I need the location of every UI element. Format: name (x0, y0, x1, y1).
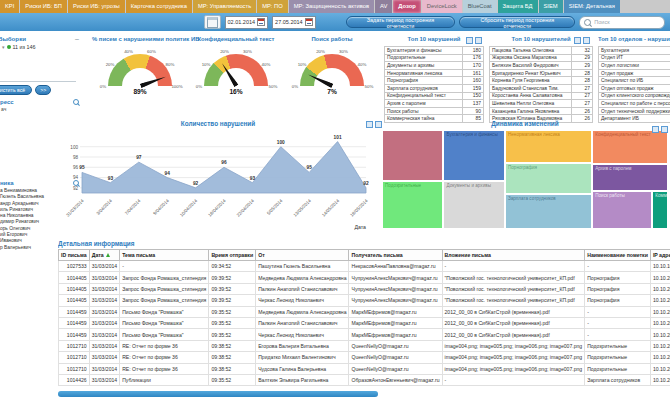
gauge-Конфиденциальный текст[interactable]: Конфиденциальный текст0%10%20%30%40%50%1… (188, 36, 284, 122)
column-header-Вложение письма[interactable]: Вложение письма (442, 250, 585, 261)
tab-SIEM: Детальная[interactable]: SIEM: Детальная (564, 0, 620, 13)
toplist-row[interactable]: Пацкова Татьяна Олеговна32 (490, 47, 593, 55)
table-row[interactable]: 101445931/03/2014Письмо Фонда "Ромашка"0… (59, 317, 670, 328)
toplist-row[interactable]: Отдел технической поддержки польз. (599, 107, 670, 115)
treemap-tile-Документы и архивы[interactable]: Документы и архивы (443, 181, 504, 229)
tab-МР: ПО[interactable]: МР: ПО (257, 0, 287, 13)
date-from-value: 02.01.2014 (228, 19, 256, 25)
tab-KPI[interactable]: KPI (0, 0, 19, 13)
scrollbar-thumb[interactable] (58, 391, 378, 397)
treemap-tile-unlabeled[interactable] (382, 130, 443, 181)
toplist-row[interactable]: Специалист по ИБ (599, 77, 670, 85)
toplist-row[interactable]: Специалист по работе с персоналом (599, 100, 670, 108)
table-row[interactable]: 101445931/03/2014Письмо Фонда "Ромашка"0… (59, 306, 670, 317)
column-header-IP адрес[interactable]: IP адрес (650, 250, 670, 261)
tab-SIEM[interactable]: SIEM (539, 0, 563, 13)
table-row[interactable]: 101271031/03/2014RE: Отчет по форме 3609… (59, 363, 670, 374)
treemap-tile-Архив с паролем[interactable]: Архив с паролем (592, 164, 668, 192)
toplist-row[interactable]: Документы и архивы170 (385, 62, 484, 70)
treemap-title: Динамика изменений (382, 120, 668, 127)
column-header-ID письма[interactable]: ID письма (59, 250, 90, 261)
toplist-row[interactable]: Подозрительные176 (385, 54, 484, 62)
status-dot-icon (7, 45, 11, 49)
table-row[interactable]: 101445931/03/2014Письмо Фонда "Ромашка"0… (59, 329, 670, 340)
toplist-row[interactable]: Отдел логистики (599, 62, 670, 70)
tab-AV[interactable]: AV (375, 0, 392, 13)
treemap-tile-Коммерческая тайна[interactable]: Коммерческая тайна (652, 191, 668, 229)
column-header-Тема письма[interactable]: Тема письма (120, 250, 209, 261)
selections-count-row[interactable]: ▾ 11 из 146 (0, 43, 82, 51)
toplist-row[interactable]: Отдел оптовых продаж (599, 84, 670, 92)
horizontal-scrollbar[interactable] (58, 391, 378, 397)
table-row[interactable]: 102753331/03/2014-09:34:52Пашутина Гюзел… (59, 261, 670, 272)
column-header-Получатель письма[interactable]: Получатель письма (349, 250, 442, 261)
treemap-tile-Конфиденциальный текст[interactable]: Конфиденциальный текст (592, 130, 668, 164)
toplist-row[interactable]: Ненормативная лексика161 (385, 69, 484, 77)
treemap-tile-Зарплата сотрудников[interactable]: Зарплата сотрудников (505, 194, 592, 229)
treemap-tile-Подозрительные[interactable]: Подозрительные (382, 181, 443, 229)
toplist-row[interactable]: Отдел продаж (599, 69, 670, 77)
report-window-icon[interactable] (204, 15, 221, 29)
panel-export-icon[interactable] (366, 121, 382, 128)
table-row[interactable]: 101440531/03/2014Запрос Фонда Ромашка_ст… (59, 272, 670, 283)
toplist-row[interactable]: Корнева Гуля Георгиевна28 (490, 77, 593, 85)
toplist-row[interactable]: Отдел ИТ (599, 54, 670, 62)
treemap-tile-Бухгалтерия и финансы[interactable]: Бухгалтерия и финансы (443, 130, 504, 181)
clear-all-button[interactable]: Очистить всё (0, 85, 32, 95)
tab-BlueCoat[interactable]: BlueCoat (463, 0, 497, 13)
minimize-icon[interactable]: – (75, 37, 79, 41)
area-chart[interactable]: 9294969810095939794929693100951019231/03… (56, 127, 380, 233)
date-to-input[interactable]: 27.05.2014 (272, 16, 316, 29)
tab-МР: Защищенность активов[interactable]: МР: Защищенность активов (289, 0, 374, 13)
gauge-Поиск работы[interactable]: Поиск работы0%10%20%30%40%50%7% (284, 36, 380, 122)
toplist-row[interactable]: Порнография160 (385, 77, 484, 85)
column-header-Наименование пометки[interactable]: Наименование пометки (585, 250, 651, 261)
column-header-Дата[interactable]: Дата (89, 250, 120, 261)
calendar-icon[interactable] (257, 18, 265, 26)
toplist-row[interactable]: Коростаева Анна Салаватовна27 (490, 92, 593, 100)
toplist-row[interactable]: Жаркова Оксана Маратовна29 (490, 54, 593, 62)
toplist-row[interactable]: Архив с паролем137 (385, 100, 484, 108)
treemap-tile-Порнография[interactable]: Порнография (505, 163, 592, 195)
panel-export-icon[interactable] (466, 37, 482, 44)
table-row[interactable]: 101440531/03/2014Запрос Фонда Ромашка_ст… (59, 283, 670, 294)
toplist-row[interactable]: Бадуновский Станислав Тим.27 (490, 84, 593, 92)
toplist-row[interactable]: Казанцева Галина Яковлевна26 (490, 107, 593, 115)
table-row[interactable]: 101271031/03/2014RE: Отчет по форме 3609… (59, 352, 670, 363)
tab-Защита БД[interactable]: Защита БД (498, 0, 538, 13)
set-period-button[interactable]: Задать период построения отчетности (346, 16, 456, 28)
search-small-icon[interactable] (73, 99, 79, 105)
tab-DeviceLock[interactable]: DeviceLock (422, 0, 462, 13)
table-row[interactable]: 101440531/03/2014Запрос Фонда Ромашка_ст… (59, 295, 670, 306)
toplist-row[interactable]: Бухгалтерия и финансы180 (385, 47, 484, 55)
panel-export-icon[interactable] (574, 37, 590, 44)
toplist-row[interactable]: Беляхин Василий Федорович29 (490, 62, 593, 70)
table-row[interactable]: 101271031/03/2014RE: Отчет по форме 3609… (59, 340, 670, 351)
date-from-input[interactable]: 02.01.2014 (225, 16, 269, 29)
expand-button[interactable]: >> (35, 85, 51, 95)
toplist-row[interactable]: Поиск работы90 (385, 107, 484, 115)
calendar-icon[interactable] (305, 18, 313, 26)
gauge-% писем с нарушениями политик ИБ[interactable]: % писем с нарушениями политик ИБ0%20%40%… (92, 36, 188, 122)
tab-Риски ИБ: угрозы[interactable]: Риски ИБ: угрозы (68, 0, 125, 13)
toplist-row[interactable]: Бухгалтерия (599, 47, 670, 55)
violations-chart-panel[interactable]: Количество нарушений 9294969810095939794… (56, 120, 380, 240)
toplist-row[interactable]: Отдел клиентского сопровождения (599, 92, 670, 100)
tab-МР: Управляемость[interactable]: МР: Управляемость (193, 0, 256, 13)
toplist-row[interactable]: Шевелева Нелли Олеговна27 (490, 100, 593, 108)
search-box[interactable]: Поиск (579, 16, 665, 29)
toplist-row[interactable]: Бригадиренко Ренат Юрьевич28 (490, 69, 593, 77)
toplist-row[interactable]: Зарплата сотрудников159 (385, 84, 484, 92)
sidebar-list-item[interactable]: ач (0, 106, 82, 112)
toplist-row[interactable]: Конфиденциальный текст150 (385, 92, 484, 100)
column-header-От[interactable]: От (256, 250, 349, 261)
reset-period-button[interactable]: Сбросить период построения отчетности (459, 16, 575, 28)
tab-Карточка сотрудника[interactable]: Карточка сотрудника (126, 0, 192, 13)
tab-Риски ИБ: БП[interactable]: Риски ИБ: БП (20, 0, 67, 13)
column-header-Время отправки[interactable]: Время отправки (209, 250, 256, 261)
table-row[interactable]: 101442631/03/2014Публикации09:35:52Валтк… (59, 374, 670, 385)
tab-Дозор[interactable]: Дозор (393, 0, 420, 13)
treemap-tile-Ненормативная лексика[interactable]: Ненормативная лексика (505, 130, 592, 163)
treemap-tile-Поиск работы[interactable]: Поиск работы (592, 191, 652, 229)
panel-export-icon[interactable] (652, 126, 668, 133)
